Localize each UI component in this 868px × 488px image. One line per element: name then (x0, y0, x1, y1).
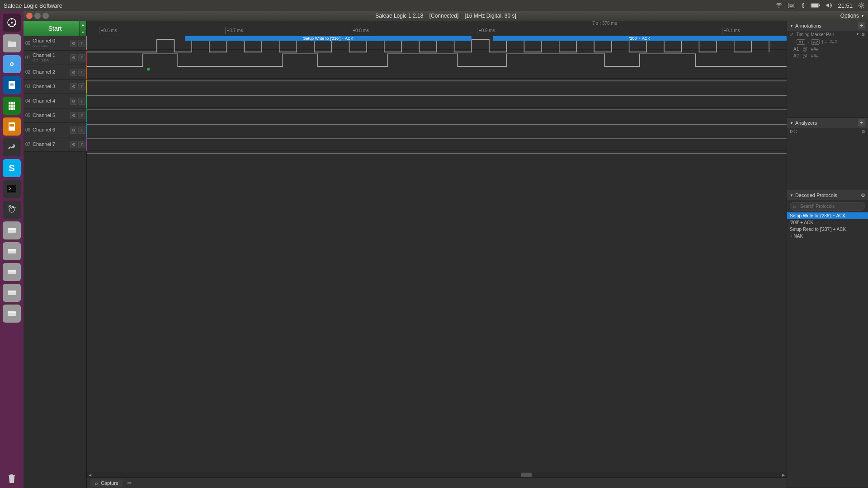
channel-settings-gear-icon[interactable]: ⚙ (70, 83, 77, 90)
gear-icon[interactable]: ⚙ (861, 129, 865, 134)
launcher-trash[interactable] (3, 470, 21, 488)
decoded-header[interactable]: ▼Decoded Protocols ⚙ (787, 190, 868, 200)
channel-number: 02 (25, 70, 33, 75)
analyzer-name: I2C (790, 129, 797, 134)
waveform-row[interactable] (87, 79, 787, 93)
channel-row[interactable]: 00Channel 0I2C - SCL⚙⎍ (24, 36, 86, 51)
decoded-item[interactable]: '208' + ACK (787, 219, 868, 226)
scroll-right-arrow[interactable]: ▶ (780, 472, 787, 478)
channel-number: 06 (25, 127, 33, 132)
channel-trigger-icon[interactable]: ⎍ (78, 40, 85, 47)
waveform-area[interactable]: 7 s : 378 ms +0.6 ms+0.7 ms+0.8 ms+0.9 m… (87, 21, 787, 488)
channel-settings-gear-icon[interactable]: ⚙ (70, 40, 77, 47)
launcher-writer[interactable] (3, 76, 21, 94)
start-button[interactable]: Start ▲ ▼ (24, 21, 86, 36)
channel-settings-gear-icon[interactable]: ⚙ (70, 141, 77, 148)
launcher-drive-4[interactable] (3, 284, 21, 302)
timing-marker-pair-row[interactable]: ⤢ Timing Marker Pair ▼ ⚙ (787, 31, 868, 38)
window-maximize-button[interactable] (42, 13, 49, 19)
waveform-row[interactable] (87, 93, 787, 108)
protocol-decode-bubble[interactable]: '208' + ACK (493, 36, 787, 41)
channel-settings-gear-icon[interactable]: ⚙ (70, 127, 77, 134)
waveform-row[interactable] (87, 64, 787, 79)
launcher-drive-2[interactable] (3, 242, 21, 260)
channel-settings-gear-icon[interactable]: ⚙ (70, 69, 77, 76)
launcher-saleae[interactable] (3, 201, 21, 219)
channel-row[interactable]: 01Channel 1I2C - SDA⚙⎍ (24, 51, 86, 65)
launcher-impress[interactable] (3, 117, 21, 136)
svg-rect-44 (8, 291, 16, 292)
channel-trigger-icon[interactable]: ⎍ (78, 141, 85, 148)
channel-trigger-icon[interactable]: ⎍ (78, 69, 85, 76)
channel-settings-gear-icon[interactable]: ⚙ (70, 98, 77, 105)
launcher-files[interactable] (3, 34, 21, 52)
launcher-drive-3[interactable] (3, 263, 21, 281)
scroll-thumb[interactable] (521, 473, 532, 477)
launcher-chromium[interactable] (3, 55, 21, 73)
horizontal-scrollbar[interactable]: ◀ ▶ (87, 472, 787, 477)
launcher-drive-5[interactable] (3, 305, 21, 323)
chevron-down-icon[interactable]: ▼ (856, 32, 859, 37)
waveform-row[interactable] (87, 50, 787, 64)
waveform-row[interactable] (87, 122, 787, 136)
volume-icon[interactable] (826, 3, 832, 8)
analyzers-header[interactable]: ▼Analyzers + (787, 118, 868, 128)
channel-trigger-icon[interactable]: ⎍ (78, 127, 85, 134)
channel-settings-gear-icon[interactable]: ⚙ (70, 112, 77, 119)
window-close-button[interactable] (26, 13, 33, 19)
start-spinner-up[interactable]: ▲ (79, 21, 86, 28)
scroll-left-arrow[interactable]: ◀ (87, 472, 93, 478)
launcher-skype[interactable]: S (3, 159, 21, 177)
svg-point-14 (11, 22, 13, 23)
bluetooth-icon[interactable] (801, 2, 805, 9)
launcher-drive-1[interactable] (3, 221, 21, 239)
decoded-item[interactable]: Setup Write to ['236'] + ACK (787, 212, 868, 219)
waveform-row[interactable] (87, 108, 787, 122)
channel-protocol-label: I2C - SDA (33, 58, 70, 63)
launcher-calc[interactable] (3, 97, 21, 115)
timeline-ruler[interactable]: +0.6 ms+0.7 ms+0.8 ms+0.9 ms+0.1 ms (87, 27, 787, 35)
system-gear-icon[interactable] (858, 2, 864, 9)
decoded-search-input[interactable] (790, 202, 865, 211)
svg-rect-2 (811, 4, 818, 7)
channel-settings-gear-icon[interactable]: ⚙ (70, 54, 77, 61)
wifi-icon[interactable] (775, 3, 783, 8)
channel-trigger-icon[interactable]: ⎍ (78, 54, 85, 61)
svg-rect-19 (8, 41, 11, 42)
waveform-row[interactable]: Setup Write to ['236'] + ACK'208' + ACK (87, 35, 787, 50)
clock[interactable]: 21:51 (838, 2, 853, 9)
svg-point-4 (860, 4, 863, 7)
channel-trigger-icon[interactable]: ⎍ (78, 83, 85, 90)
annotations-header[interactable]: ▼Annotations + (787, 21, 868, 31)
gear-icon[interactable]: ⚙ (861, 192, 865, 198)
launcher-settings[interactable] (3, 138, 21, 156)
annotations-add-button[interactable]: + (858, 22, 865, 29)
channel-trigger-icon[interactable]: ⎍ (78, 112, 85, 119)
channels-sidebar: Start ▲ ▼ 00Channel 0I2C - SCL⚙⎍01Channe… (24, 21, 87, 488)
analyzer-item[interactable]: I2C ⚙ (787, 128, 868, 136)
battery-icon[interactable] (811, 3, 821, 8)
capture-tab[interactable]: ⌕ Capture (90, 479, 123, 487)
decoded-item[interactable]: Setup Read to ['237'] + ACK (787, 226, 868, 233)
keyboard-lang-indicator[interactable]: En (788, 3, 795, 8)
channel-row[interactable]: 02Channel 2⚙⎍ (24, 65, 86, 80)
channel-row[interactable]: 04Channel 4⚙⎍ (24, 94, 86, 108)
protocol-decode-bubble[interactable]: Setup Write to ['236'] + ACK (185, 36, 472, 41)
waveform-row[interactable] (87, 136, 787, 151)
launcher-dash[interactable] (3, 14, 21, 32)
launcher-terminal[interactable]: >_ (3, 180, 21, 198)
channel-row[interactable]: 06Channel 6⚙⎍ (24, 123, 86, 137)
channel-row[interactable]: 05Channel 5⚙⎍ (24, 108, 86, 123)
decoded-item[interactable]: + NAK (787, 233, 868, 239)
window-minimize-button[interactable] (34, 13, 41, 19)
options-menu[interactable]: Options ▼ (840, 13, 864, 19)
svg-line-9 (859, 3, 860, 4)
channel-trigger-icon[interactable]: ⎍ (78, 98, 85, 105)
analyzers-add-button[interactable]: + (858, 119, 865, 127)
channel-row[interactable]: 03Channel 3⚙⎍ (24, 80, 86, 94)
tab-add-chevron-icon[interactable]: ≫ (127, 480, 132, 486)
gear-icon[interactable]: ⚙ (861, 32, 865, 37)
svg-rect-33 (9, 124, 14, 127)
start-spinner-down[interactable]: ▼ (79, 28, 86, 36)
channel-row[interactable]: 07Channel 7⚙⎍ (24, 137, 86, 152)
